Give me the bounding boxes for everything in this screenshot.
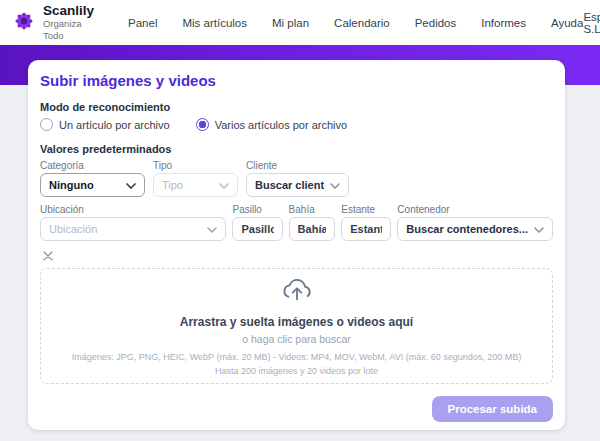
- categoria-select[interactable]: Ninguno: [40, 173, 145, 197]
- chevron-down-icon: [126, 179, 136, 191]
- nav-item-calendario[interactable]: Calendario: [334, 17, 390, 29]
- pasillo-input[interactable]: [232, 217, 282, 241]
- defaults-label: Valores predeterminados: [40, 143, 553, 155]
- card-footer: Procesar subida: [40, 396, 553, 422]
- top-header: Scanlily Organiza Todo Panel Mis artícul…: [0, 0, 600, 45]
- recognition-mode-label: Modo de reconocimiento: [40, 101, 553, 113]
- account-menu[interactable]: Espliego S.L.: [583, 11, 600, 35]
- chevron-down-icon: [219, 179, 229, 191]
- bahia-label: Bahía: [289, 204, 336, 215]
- contenedor-label: Contenedor: [397, 204, 553, 215]
- cliente-select[interactable]: Buscar clientes...: [246, 173, 349, 197]
- tipo-label: Tipo: [153, 160, 238, 171]
- radio-un-articulo[interactable]: Un artículo por archivo: [40, 118, 170, 131]
- chevron-down-icon: [207, 223, 217, 235]
- estante-input[interactable]: [341, 217, 391, 241]
- radio-checked-icon: [196, 118, 209, 131]
- brand-home-link[interactable]: Scanlily Organiza Todo: [12, 3, 94, 42]
- nav-item-mi-plan[interactable]: Mi plan: [272, 17, 309, 29]
- nav-item-panel[interactable]: Panel: [128, 17, 157, 29]
- ubicacion-label: Ubicación: [40, 204, 226, 215]
- tipo-select[interactable]: Tipo: [153, 173, 238, 197]
- nav-item-ayuda[interactable]: Ayuda: [551, 17, 583, 29]
- page-title: Subir imágenes y videos: [40, 72, 553, 89]
- recognition-mode-options: Un artículo por archivo Varios artículos…: [40, 118, 553, 131]
- brand-name: Scanlily: [43, 3, 94, 18]
- ubicacion-select[interactable]: Ubicación: [40, 217, 226, 241]
- cliente-label: Cliente: [246, 160, 349, 171]
- brand-tagline: Organiza Todo: [43, 18, 94, 42]
- account-name: Espliego S.L.: [583, 11, 600, 35]
- defaults-row-1: Categoría Ninguno Tipo Tipo Cliente Busc…: [40, 160, 553, 197]
- chevron-down-icon: [534, 223, 544, 235]
- pasillo-label: Pasillo: [232, 204, 282, 215]
- contenedor-select[interactable]: Buscar contenedores...: [397, 217, 553, 241]
- close-icon[interactable]: [42, 248, 56, 262]
- nav-item-pedidos[interactable]: Pedidos: [415, 17, 457, 29]
- dropzone-formats: Imágenes: JPG, PNG, HEIC, WebP (máx. 20 …: [72, 351, 522, 377]
- defaults-row-2: Ubicación Ubicación Pasillo Bahía Estant…: [40, 204, 553, 241]
- file-dropzone[interactable]: Arrastra y suelta imágenes o videos aquí…: [40, 268, 553, 384]
- dropzone-title: Arrastra y suelta imágenes o videos aquí: [180, 315, 413, 329]
- radio-varios-articulos[interactable]: Varios artículos por archivo: [196, 118, 347, 131]
- process-upload-button[interactable]: Procesar subida: [432, 396, 553, 422]
- cloud-upload-icon: [281, 274, 313, 310]
- categoria-label: Categoría: [40, 160, 145, 171]
- scanlily-logo-icon: [12, 9, 36, 37]
- dropzone-subtitle: o haga clic para buscar: [242, 333, 351, 345]
- radio-unchecked-icon: [40, 118, 53, 131]
- nav-item-mis-articulos[interactable]: Mis artículos: [182, 17, 247, 29]
- chevron-down-icon: [330, 179, 340, 191]
- upload-card: Subir imágenes y videos Modo de reconoci…: [28, 60, 565, 430]
- nav-item-informes[interactable]: Informes: [481, 17, 526, 29]
- main-nav: Panel Mis artículos Mi plan Calendario P…: [128, 17, 583, 29]
- estante-label: Estante: [341, 204, 391, 215]
- bahia-input[interactable]: [289, 217, 336, 241]
